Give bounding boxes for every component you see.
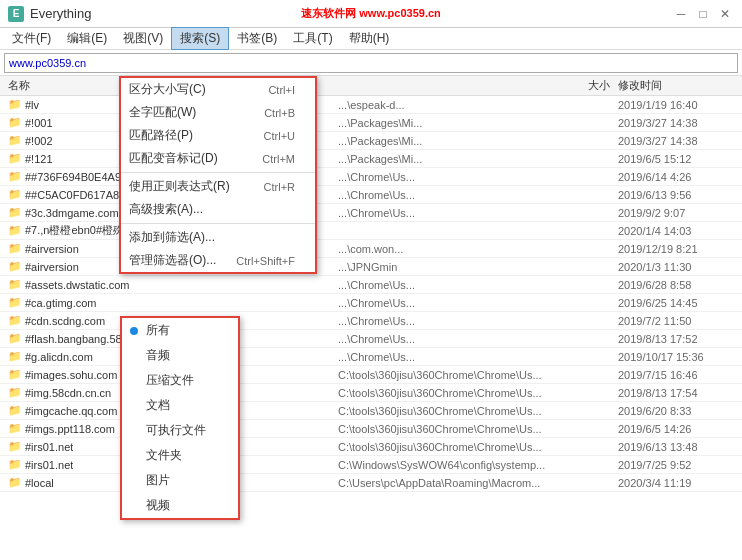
menu-file[interactable]: 文件(F) xyxy=(4,28,59,49)
table-row[interactable]: 📁#lv...\espeak-d...2019/1/19 16:40 xyxy=(0,96,742,114)
file-path: ...\Packages\Mi... xyxy=(338,153,558,165)
file-path: ...\Chrome\Us... xyxy=(338,171,558,183)
folder-icon: 📁 xyxy=(8,440,22,454)
filetype-executable[interactable]: 可执行文件 xyxy=(122,418,238,443)
folder-icon: 📁 xyxy=(8,170,22,184)
file-path: ...\Chrome\Us... xyxy=(338,333,558,345)
search-menu-diacritic[interactable]: 匹配变音标记(D) Ctrl+M xyxy=(121,147,315,170)
table-row[interactable]: 📁#imgs.ppt118.comC:\tools\360jisu\360Chr… xyxy=(0,420,742,438)
search-input[interactable] xyxy=(4,53,738,73)
table-row[interactable]: 📁#7.,n橙橙ebn0#橙殊$x.u...2020/1/4 14:03 xyxy=(0,222,742,240)
file-path: C:\tools\360jisu\360Chrome\Chrome\Us... xyxy=(338,423,558,435)
table-row[interactable]: 📁#ca.gtimg.com...\Chrome\Us...2019/6/25 … xyxy=(0,294,742,312)
table-row[interactable]: 📁#assets.dwstatic.com...\Chrome\Us...201… xyxy=(0,276,742,294)
table-row[interactable]: 📁#imgcache.qq.comC:\tools\360jisu\360Chr… xyxy=(0,402,742,420)
table-row[interactable]: 📁#irs01.netC:\Windows\SysWOW64\config\sy… xyxy=(0,456,742,474)
table-row[interactable]: 📁#airversion...\com.won...2019/12/19 8:2… xyxy=(0,240,742,258)
table-row[interactable]: 📁#g.alicdn.com...\Chrome\Us...2019/10/17… xyxy=(0,348,742,366)
file-date: 2019/6/5 15:12 xyxy=(618,153,738,165)
search-menu-managefilter-shortcut: Ctrl+Shift+F xyxy=(236,255,295,267)
folder-icon: 📁 xyxy=(8,332,22,346)
filetype-folder[interactable]: 文件夹 xyxy=(122,443,238,468)
minimize-button[interactable]: ─ xyxy=(672,5,690,23)
file-path: ...\Chrome\Us... xyxy=(338,351,558,363)
maximize-button[interactable]: □ xyxy=(694,5,712,23)
menu-view[interactable]: 视图(V) xyxy=(115,28,171,49)
table-row[interactable]: 📁#irs01.netC:\tools\360jisu\360Chrome\Ch… xyxy=(0,438,742,456)
search-menu-match-path[interactable]: 匹配路径(P) Ctrl+U xyxy=(121,124,315,147)
table-row[interactable]: 📁##C5AC0FD617A83F99...\Chrome\Us...2019/… xyxy=(0,186,742,204)
table-row[interactable]: 📁#img.58cdn.cn.cnC:\tools\360jisu\360Chr… xyxy=(0,384,742,402)
table-row[interactable]: 📁#flash.bangbang.58.co......\Chrome\Us..… xyxy=(0,330,742,348)
file-path: ...\com.won... xyxy=(338,243,558,255)
file-list: 名称 大小 修改时间 📁#lv...\espeak-d...2019/1/19 … xyxy=(0,76,742,560)
search-menu-managefilter-label: 管理筛选器(O)... xyxy=(129,252,216,269)
file-date: 2019/7/15 16:46 xyxy=(618,369,738,381)
file-date: 2019/7/25 9:52 xyxy=(618,459,738,471)
file-date: 2019/10/17 15:36 xyxy=(618,351,738,363)
file-name: 📁#ca.gtimg.com xyxy=(4,296,338,310)
table-row[interactable]: 📁#!002...\Packages\Mi...2019/3/27 14:38 xyxy=(0,132,742,150)
filetype-video[interactable]: 视频 xyxy=(122,493,238,518)
folder-icon: 📁 xyxy=(8,368,22,382)
menu-bookmark[interactable]: 书签(B) xyxy=(229,28,285,49)
table-row[interactable]: 📁#cdn.scdng.com...\Chrome\Us...2019/7/2 … xyxy=(0,312,742,330)
title-controls: ─ □ ✕ xyxy=(672,5,734,23)
menu-tools[interactable]: 工具(T) xyxy=(285,28,340,49)
search-menu-advanced-label: 高级搜索(A)... xyxy=(129,201,203,218)
folder-icon: 📁 xyxy=(8,188,22,202)
menu-search[interactable]: 搜索(S) xyxy=(171,27,229,50)
search-menu-matchpath-label: 匹配路径(P) xyxy=(129,127,193,144)
file-path: C:\tools\360jisu\360Chrome\Chrome\Us... xyxy=(338,387,558,399)
search-menu-case-sensitive[interactable]: 区分大小写(C) Ctrl+I xyxy=(121,78,315,101)
folder-icon: 📁 xyxy=(8,314,22,328)
file-path: ...\espeak-d... xyxy=(338,99,558,111)
filetype-all[interactable]: 所有 xyxy=(122,318,238,343)
search-menu-whole-word[interactable]: 全字匹配(W) Ctrl+B xyxy=(121,101,315,124)
search-menu-regex[interactable]: 使用正则表达式(R) Ctrl+R xyxy=(121,175,315,198)
table-row[interactable]: 📁#!001...\Packages\Mi...2019/3/27 14:38 xyxy=(0,114,742,132)
folder-icon: 📁 xyxy=(8,476,22,490)
file-path: C:\tools\360jisu\360Chrome\Chrome\Us... xyxy=(338,441,558,453)
table-row[interactable]: 📁##736F694B0E4A92AF...\Chrome\Us...2019/… xyxy=(0,168,742,186)
file-path: ...\Chrome\Us... xyxy=(338,315,558,327)
menu-edit[interactable]: 编辑(E) xyxy=(59,28,115,49)
file-path: ...\Chrome\Us... xyxy=(338,279,558,291)
file-date: 2019/6/28 8:58 xyxy=(618,279,738,291)
menu-bar: 文件(F) 编辑(E) 视图(V) 搜索(S) 书签(B) 工具(T) 帮助(H… xyxy=(0,28,742,50)
search-menu-manage-filter[interactable]: 管理筛选器(O)... Ctrl+Shift+F xyxy=(121,249,315,272)
table-row[interactable]: 📁#airversion...\JPNGmin2020/1/3 11:30 xyxy=(0,258,742,276)
filetype-all-radio xyxy=(130,327,138,335)
file-date: 2019/6/14 4:26 xyxy=(618,171,738,183)
file-path: C:\tools\360jisu\360Chrome\Chrome\Us... xyxy=(338,369,558,381)
filetype-image[interactable]: 图片 xyxy=(122,468,238,493)
col-header-date[interactable]: 修改时间 xyxy=(618,78,738,93)
filetype-folder-label: 文件夹 xyxy=(146,447,182,464)
search-menu-diacritic-shortcut: Ctrl+M xyxy=(262,153,295,165)
file-date: 2019/6/13 9:56 xyxy=(618,189,738,201)
search-menu-advanced[interactable]: 高级搜索(A)... xyxy=(121,198,315,221)
close-button[interactable]: ✕ xyxy=(716,5,734,23)
table-row[interactable]: 📁#images.sohu.comC:\tools\360jisu\360Chr… xyxy=(0,366,742,384)
table-row[interactable]: 📁#3c.3dmgame.com...\Chrome\Us...2019/9/2… xyxy=(0,204,742,222)
search-menu-case-shortcut: Ctrl+I xyxy=(268,84,295,96)
folder-icon: 📁 xyxy=(8,458,22,472)
file-path: C:\Users\pc\AppData\Roaming\Macrom... xyxy=(338,477,558,489)
table-row[interactable]: 📁#!121...\Packages\Mi...2019/6/5 15:12 xyxy=(0,150,742,168)
filetype-document[interactable]: 文档 xyxy=(122,393,238,418)
filetype-archive-label: 压缩文件 xyxy=(146,372,194,389)
watermark: 速东软件网 www.pc0359.cn xyxy=(301,6,441,21)
search-menu-regex-label: 使用正则表达式(R) xyxy=(129,178,230,195)
file-date: 2019/3/27 14:38 xyxy=(618,135,738,147)
filetype-archive[interactable]: 压缩文件 xyxy=(122,368,238,393)
toolbar xyxy=(0,50,742,76)
filetype-audio[interactable]: 音频 xyxy=(122,343,238,368)
table-row[interactable]: 📁#localC:\Users\pc\AppData\Roaming\Macro… xyxy=(0,474,742,492)
col-header-size[interactable]: 大小 xyxy=(558,78,618,93)
menu-help[interactable]: 帮助(H) xyxy=(341,28,398,49)
filetype-image-label: 图片 xyxy=(146,472,170,489)
search-menu-diacritic-label: 匹配变音标记(D) xyxy=(129,150,218,167)
folder-icon: 📁 xyxy=(8,260,22,274)
filetype-audio-label: 音频 xyxy=(146,347,170,364)
search-menu-add-filter[interactable]: 添加到筛选(A)... xyxy=(121,226,315,249)
